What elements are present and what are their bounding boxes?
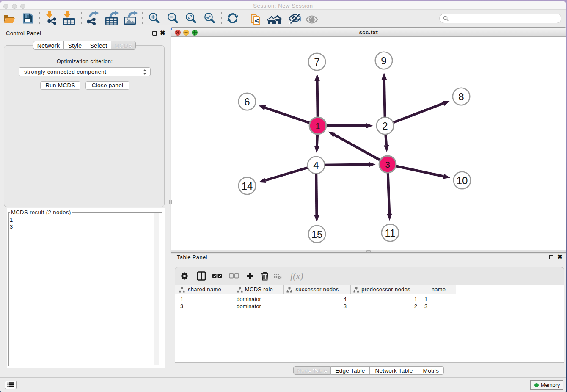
svg-text:4: 4 — [313, 160, 319, 171]
svg-text:6: 6 — [244, 96, 250, 108]
svg-text:11: 11 — [385, 227, 396, 239]
svg-text:9: 9 — [381, 55, 386, 66]
svg-text:3: 3 — [385, 160, 390, 169]
svg-text:f(x): f(x) — [290, 271, 303, 281]
svg-text:14: 14 — [242, 180, 253, 192]
svg-text:7: 7 — [314, 56, 319, 68]
svg-text:1: 1 — [315, 121, 320, 131]
svg-text:8: 8 — [458, 91, 464, 102]
svg-text:2: 2 — [382, 120, 388, 132]
svg-text:15: 15 — [311, 229, 323, 240]
svg-text:10: 10 — [457, 175, 468, 186]
